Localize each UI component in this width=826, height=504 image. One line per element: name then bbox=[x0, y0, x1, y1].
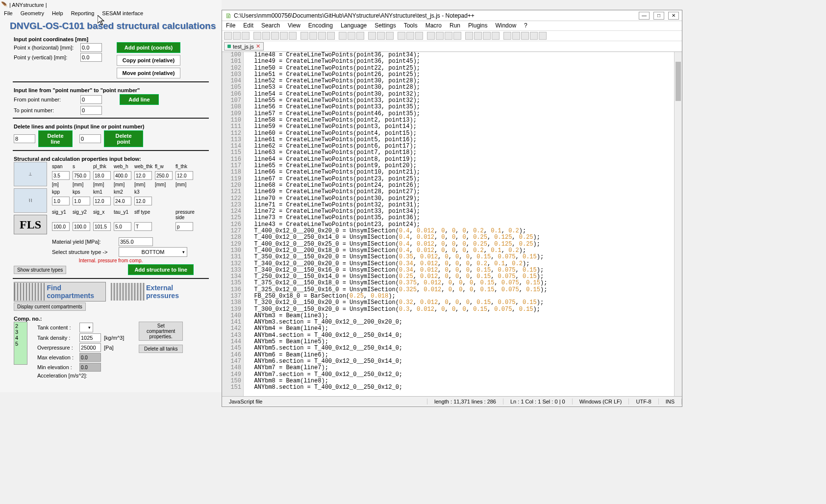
toolbar-icon[interactable] bbox=[406, 32, 414, 40]
close-button[interactable]: ✕ bbox=[668, 12, 679, 20]
prop-input[interactable] bbox=[114, 171, 131, 180]
prop-input[interactable] bbox=[175, 171, 193, 180]
tab-close-icon[interactable]: ✕ bbox=[256, 43, 260, 50]
code-line[interactable]: line71 = CreateLineTwoPoints(point32, po… bbox=[244, 202, 682, 208]
input-point-x[interactable] bbox=[80, 43, 102, 52]
code-line[interactable]: line73 = CreateLineTwoPoints(point35, po… bbox=[244, 215, 682, 221]
prop-input[interactable] bbox=[134, 222, 152, 231]
toolbar-icon[interactable] bbox=[512, 32, 520, 40]
menu-sesam-interface[interactable]: SESAM interface bbox=[98, 10, 147, 19]
npp-menu-file[interactable]: File bbox=[222, 21, 239, 30]
find-compartments-button[interactable]: Find compartments bbox=[14, 282, 106, 302]
npp-menu-encoding[interactable]: Encoding bbox=[304, 21, 337, 30]
toolbar-icon[interactable] bbox=[242, 32, 250, 40]
list-item[interactable]: 5 bbox=[15, 341, 26, 347]
code-line[interactable]: line70 = CreateLineTwoPoints(point30, po… bbox=[244, 196, 682, 202]
code-line[interactable]: ANYbm4 = Beam(line4); bbox=[244, 326, 682, 332]
npp-menu-edit[interactable]: Edit bbox=[239, 21, 257, 30]
toolbar-icon[interactable] bbox=[427, 32, 435, 40]
toolbar-icon[interactable] bbox=[445, 32, 452, 40]
tank-content-dropdown[interactable] bbox=[79, 323, 93, 332]
toolbar-icon[interactable] bbox=[398, 32, 405, 40]
code-line[interactable]: line57 = CreateLineTwoPoints(point46, po… bbox=[244, 111, 682, 117]
prop-input[interactable] bbox=[134, 197, 152, 205]
code-line[interactable]: line55 = CreateLineTwoPoints(point33, po… bbox=[244, 98, 682, 104]
maximize-button[interactable]: □ bbox=[653, 12, 664, 20]
input-tank-density[interactable] bbox=[79, 333, 101, 342]
file-tab[interactable]: test_js.js ✕ bbox=[224, 42, 264, 50]
prop-input[interactable] bbox=[73, 197, 90, 205]
prop-input[interactable] bbox=[93, 222, 111, 231]
menu-help[interactable]: Help bbox=[48, 10, 67, 19]
toolbar-icon[interactable] bbox=[233, 32, 241, 40]
list-item[interactable]: 2 bbox=[15, 323, 26, 329]
toolbar-icon[interactable] bbox=[262, 32, 270, 40]
npp-menu-plugins[interactable]: Plugins bbox=[464, 21, 491, 30]
npp-menu-settings[interactable]: Settings bbox=[371, 21, 400, 30]
code-line[interactable]: line48 = CreateLineTwoPoints(point36, po… bbox=[244, 52, 682, 58]
toolbar-icon[interactable] bbox=[521, 32, 529, 40]
toolbar-icon[interactable] bbox=[377, 32, 385, 40]
code-line[interactable]: line61 = CreateLineTwoPoints(point5, poi… bbox=[244, 137, 682, 143]
code-line[interactable]: line58 = CreateLineTwoPoints(point2, poi… bbox=[244, 117, 682, 124]
toolbar-icon[interactable] bbox=[327, 32, 335, 40]
toolbar-icon[interactable] bbox=[289, 32, 297, 40]
code-line[interactable]: T_400_0x12_0__250_0x25_0 = UnsymISection… bbox=[244, 241, 682, 248]
npp-menu-window[interactable]: Window bbox=[491, 21, 520, 30]
code-content[interactable]: line48 = CreateLineTwoPoints(point36, po… bbox=[244, 52, 682, 396]
input-material-yield[interactable] bbox=[119, 237, 153, 246]
vertical-scrollbar[interactable] bbox=[674, 52, 682, 396]
menu-reporting[interactable]: Reporting bbox=[67, 10, 99, 19]
code-editor[interactable]: 1001011021031041051061071081091101111121… bbox=[222, 52, 682, 396]
code-line[interactable]: line68 = CreateLineTwoPoints(point24, po… bbox=[244, 182, 682, 189]
code-line[interactable]: line67 = CreateLineTwoPoints(point23, po… bbox=[244, 176, 682, 182]
toolbar-icon[interactable] bbox=[356, 32, 364, 40]
npp-menu-search[interactable]: Search bbox=[257, 21, 284, 30]
code-line[interactable]: line69 = CreateLineTwoPoints(point28, po… bbox=[244, 189, 682, 195]
code-line[interactable]: ANYbm6 = Beam(line6); bbox=[244, 352, 682, 358]
toolbar-icon[interactable] bbox=[492, 32, 500, 40]
code-line[interactable]: FB_250_0x18_0 = BarSection(0.25, 0.018); bbox=[244, 293, 682, 300]
prop-input[interactable] bbox=[155, 171, 173, 180]
code-line[interactable]: ANYbm3 = Beam(line3); bbox=[244, 313, 682, 319]
toolbar-icon[interactable] bbox=[436, 32, 444, 40]
code-line[interactable]: T_340_0x12_0__150_0x16_0 = UnsymISection… bbox=[244, 267, 682, 274]
code-line[interactable]: T_350_0x12_0__150_0x20_0 = UnsymISection… bbox=[244, 254, 682, 260]
input-overpressure[interactable] bbox=[79, 343, 101, 352]
toolbar-icon[interactable] bbox=[483, 32, 491, 40]
delete-line-button[interactable]: Delete line bbox=[38, 130, 73, 147]
input-from-pt[interactable] bbox=[80, 95, 102, 104]
code-line[interactable]: line50 = CreateLineTwoPoints(point22, po… bbox=[244, 65, 682, 72]
toolbar-icon[interactable] bbox=[348, 32, 355, 40]
prop-input[interactable] bbox=[93, 171, 111, 180]
toolbar-icon[interactable] bbox=[280, 32, 288, 40]
toolbar-icon[interactable] bbox=[503, 32, 511, 40]
code-line[interactable]: line72 = CreateLineTwoPoints(point33, po… bbox=[244, 208, 682, 215]
external-pressures-button[interactable]: External pressures bbox=[111, 282, 208, 302]
add-point-button[interactable]: Add point (coords) bbox=[117, 42, 180, 53]
delete-point-button[interactable]: Delete point bbox=[104, 130, 143, 147]
toolbar-icon[interactable] bbox=[453, 32, 461, 40]
prop-input[interactable] bbox=[134, 171, 152, 180]
code-line[interactable]: line49 = CreateLineTwoPoints(point36, po… bbox=[244, 58, 682, 65]
code-line[interactable]: ANYbm7 = Beam(line7); bbox=[244, 365, 682, 371]
npp-menu-tools[interactable]: Tools bbox=[400, 21, 422, 30]
list-item[interactable]: 4 bbox=[15, 335, 26, 341]
code-line[interactable]: ANYbm6.section = T_400_0x12_0__250_0x14_… bbox=[244, 358, 682, 365]
code-line[interactable]: T_400_0x12_0__200_0x20_0 = UnsymISection… bbox=[244, 228, 682, 234]
code-line[interactable]: T_325_0x12_0__150_0x16_0 = UnsymISection… bbox=[244, 287, 682, 293]
code-line[interactable]: ANYbm5.section = T_400_0x12_0__250_0x14_… bbox=[244, 345, 682, 352]
toolbar-icon[interactable] bbox=[530, 32, 538, 40]
show-structure-types-button[interactable]: Show structure types bbox=[14, 266, 66, 274]
toolbar-icon[interactable] bbox=[368, 32, 376, 40]
copy-point-button[interactable]: Copy point (relative) bbox=[117, 55, 180, 66]
npp-menu-view[interactable]: View bbox=[284, 21, 304, 30]
code-line[interactable]: T_400_0x12_0__250_0x14_0 = UnsymISection… bbox=[244, 234, 682, 241]
toolbar-icon[interactable] bbox=[386, 32, 394, 40]
code-line[interactable]: line63 = CreateLineTwoPoints(point7, poi… bbox=[244, 150, 682, 156]
prop-input[interactable] bbox=[52, 171, 70, 180]
code-line[interactable]: T_300_0x12_0__150_0x20_0 = UnsymISection… bbox=[244, 306, 682, 313]
prop-input[interactable] bbox=[73, 171, 90, 180]
prop-input[interactable] bbox=[93, 197, 111, 205]
npp-menu-run[interactable]: Run bbox=[446, 21, 464, 30]
